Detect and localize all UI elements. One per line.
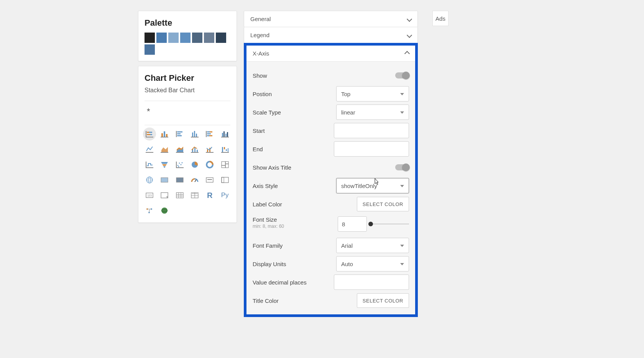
chevron-down-icon xyxy=(407,16,412,21)
svg-rect-22 xyxy=(207,135,209,136)
gauge-icon[interactable] xyxy=(190,175,200,185)
svg-rect-8 xyxy=(164,131,165,137)
svg-point-56 xyxy=(180,164,181,165)
kpi-icon[interactable]: 123 xyxy=(145,190,154,200)
funnel-icon[interactable] xyxy=(159,160,169,170)
donut-icon[interactable] xyxy=(205,160,215,170)
scale-type-select[interactable]: linear xyxy=(336,105,409,120)
show-axis-title-label: Show Axis Title xyxy=(253,164,395,171)
general-panel-header[interactable]: General xyxy=(244,11,418,27)
svg-rect-48 xyxy=(146,162,146,168)
divider xyxy=(145,101,230,101)
axis-style-label: Axis Style xyxy=(253,183,336,189)
matrix-icon[interactable] xyxy=(190,190,200,200)
axis-style-select[interactable]: showTitleOnly xyxy=(336,178,409,193)
svg-rect-10 xyxy=(176,131,177,137)
position-select[interactable]: Top xyxy=(336,86,409,101)
svg-rect-1 xyxy=(146,131,146,137)
stacked-area-icon[interactable] xyxy=(175,144,185,154)
svg-point-67 xyxy=(148,177,151,183)
treemap-icon[interactable] xyxy=(220,160,230,170)
show-axis-title-toggle[interactable] xyxy=(395,164,409,170)
end-input[interactable] xyxy=(334,141,409,157)
swatch[interactable] xyxy=(156,33,167,43)
title-color-button[interactable]: Select Color xyxy=(357,293,409,308)
xaxis-panel-header[interactable]: X-Axis xyxy=(246,46,415,62)
svg-rect-43 xyxy=(222,147,223,152)
font-size-slider[interactable] xyxy=(371,224,409,224)
waterfall-icon[interactable] xyxy=(220,144,230,154)
combo-2-icon[interactable] xyxy=(205,144,215,154)
table-icon[interactable] xyxy=(175,190,185,200)
map-2-icon[interactable] xyxy=(175,175,185,185)
combo-icon[interactable] xyxy=(190,144,200,154)
svg-rect-28 xyxy=(227,132,228,137)
svg-marker-50 xyxy=(162,164,167,166)
svg-rect-75 xyxy=(222,177,228,183)
svg-rect-74 xyxy=(207,179,212,180)
line-icon[interactable] xyxy=(145,144,154,154)
decimal-places-input[interactable] xyxy=(334,275,409,290)
svg-rect-6 xyxy=(161,137,168,137)
show-toggle[interactable] xyxy=(395,72,409,78)
chart-type-grid: 123 R Py xyxy=(145,129,230,216)
map-1-icon[interactable] xyxy=(159,175,169,185)
svg-rect-26 xyxy=(223,131,225,137)
slicer-icon[interactable] xyxy=(159,190,169,200)
bar-icon[interactable] xyxy=(159,129,169,139)
svg-rect-12 xyxy=(177,133,181,134)
swatch[interactable] xyxy=(145,44,155,55)
legend-panel-header[interactable]: Legend xyxy=(244,27,418,43)
step-icon[interactable] xyxy=(145,160,154,170)
stacked-hbar-icon[interactable] xyxy=(205,129,215,139)
start-label: Start xyxy=(253,128,334,134)
horizontal-bar-icon[interactable] xyxy=(175,129,185,139)
start-input[interactable] xyxy=(334,123,409,138)
swatch[interactable] xyxy=(192,33,202,43)
svg-rect-21 xyxy=(207,133,211,134)
swatch[interactable] xyxy=(145,33,155,43)
area-icon[interactable] xyxy=(159,144,169,154)
swatch[interactable] xyxy=(168,33,179,43)
swatch[interactable] xyxy=(180,33,191,43)
svg-point-57 xyxy=(181,162,182,163)
font-size-label: Font Size xyxy=(253,216,338,223)
svg-point-58 xyxy=(178,166,179,167)
end-label: End xyxy=(253,146,334,152)
py-script-icon[interactable]: Py xyxy=(220,190,230,200)
font-size-hint: min: 8, max: 60 xyxy=(253,224,338,229)
svg-rect-46 xyxy=(228,148,228,152)
font-family-select[interactable]: Arial xyxy=(336,238,409,253)
r-script-icon[interactable]: R xyxy=(205,190,215,200)
font-size-input[interactable] xyxy=(338,216,367,232)
svg-rect-0 xyxy=(146,137,153,137)
svg-line-72 xyxy=(195,180,196,182)
grouped-column-icon[interactable] xyxy=(220,129,230,139)
ads-button[interactable]: Ads xyxy=(432,11,449,26)
svg-rect-13 xyxy=(177,135,182,136)
globe-filled-icon[interactable] xyxy=(159,206,169,216)
globe-icon[interactable] xyxy=(145,175,154,185)
svg-rect-20 xyxy=(210,131,212,132)
svg-rect-42 xyxy=(221,152,229,153)
label-color-button[interactable]: Select Color xyxy=(357,197,409,211)
swatch[interactable] xyxy=(204,33,214,43)
svg-rect-53 xyxy=(176,162,177,168)
stacked-bar-icon[interactable] xyxy=(143,128,156,141)
card-2-icon[interactable] xyxy=(220,175,230,185)
svg-rect-40 xyxy=(207,149,208,152)
column-icon[interactable] xyxy=(190,129,200,139)
palette-title: Palette xyxy=(145,18,230,28)
key-influencers-icon[interactable] xyxy=(145,206,154,216)
chart-picker-panel: Chart Picker Stacked Bar Chart * xyxy=(138,66,237,223)
asterisk-icon: * xyxy=(145,105,230,118)
card-icon[interactable] xyxy=(205,175,215,185)
svg-rect-39 xyxy=(206,152,214,153)
svg-rect-24 xyxy=(221,137,229,137)
swatch[interactable] xyxy=(216,33,226,43)
chart-picker-title: Chart Picker xyxy=(145,73,230,83)
display-units-select[interactable]: Auto xyxy=(336,256,409,271)
display-units-label: Display Units xyxy=(253,261,336,267)
scatter-icon[interactable] xyxy=(175,160,185,170)
pie-icon[interactable] xyxy=(190,160,200,170)
